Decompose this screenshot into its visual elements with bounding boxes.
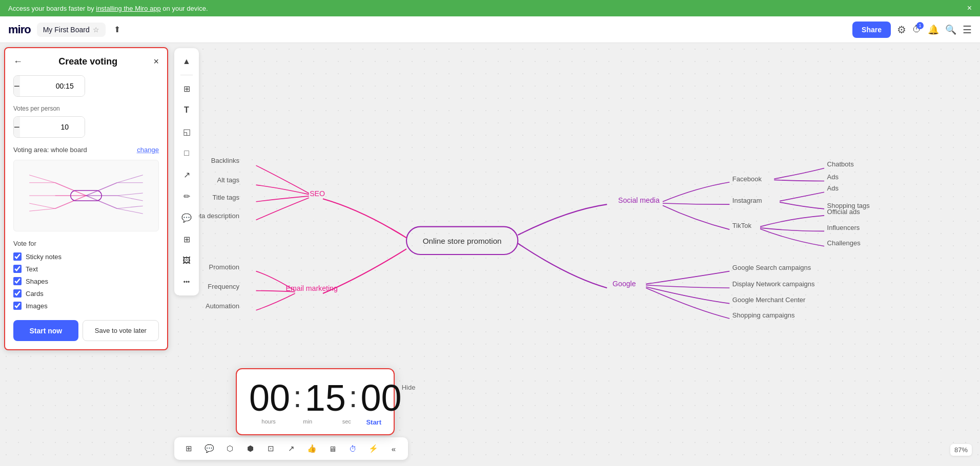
close-button[interactable]: × <box>153 56 159 67</box>
video-tool[interactable]: ⬡ <box>221 440 238 457</box>
panel-icon[interactable]: ☰ <box>963 24 972 36</box>
checkbox-text-input[interactable] <box>13 265 22 273</box>
reactions-tool[interactable]: ⊞ <box>180 440 197 457</box>
text-label: Text <box>26 265 38 273</box>
left-toolbar: ▲ ⊞ T ◱ □ ↗ ✏ 💬 ⊞ 🖼 ••• <box>174 48 199 295</box>
save-to-vote-later-button[interactable]: Save to vote later <box>83 320 159 341</box>
checkbox-cards[interactable]: Cards <box>13 289 159 298</box>
pen-tool[interactable]: ✏ <box>177 187 196 205</box>
timer-value-input[interactable] <box>20 76 85 96</box>
svg-text:Shopping campaigns: Shopping campaigns <box>732 311 795 319</box>
search-icon[interactable]: 🔍 <box>945 24 956 35</box>
miro-logo: miro <box>8 23 31 36</box>
text-tool[interactable]: T <box>177 101 196 119</box>
checkbox-images-input[interactable] <box>13 302 22 310</box>
select-tool[interactable]: ▲ <box>177 52 196 71</box>
zoom-indicator: 87% <box>950 444 972 456</box>
svg-text:TikTok: TikTok <box>732 222 752 229</box>
svg-text:Alt tags: Alt tags <box>217 176 239 184</box>
create-voting-panel: ← Create voting × − + Votes per person −… <box>4 47 168 350</box>
notification-banner: Access your boards faster by installing … <box>0 0 980 16</box>
checkbox-shapes-input[interactable] <box>13 277 22 285</box>
checkbox-list: Sticky notes Text Shapes Cards Images <box>13 252 159 310</box>
timer-stepper: − + <box>13 75 85 97</box>
timer-sec: 00 <box>361 379 402 416</box>
svg-line-9 <box>29 203 55 208</box>
votes-stepper: − + <box>13 116 85 138</box>
badge: 1 <box>916 22 924 29</box>
votes-decrement-button[interactable]: − <box>14 117 20 137</box>
arrow-tool[interactable]: ↗ <box>177 165 196 184</box>
topbar-right: Share ⚙ ⏱ 1 🔔 🔍 ☰ <box>852 22 972 38</box>
sticky-note-tool[interactable]: ◱ <box>177 122 196 141</box>
start-now-button[interactable]: Start now <box>13 320 78 341</box>
banner-close-button[interactable]: × <box>967 4 972 13</box>
checkbox-shapes[interactable]: Shapes <box>13 277 159 285</box>
timer-labels: hours min sec Start <box>249 418 381 426</box>
install-link[interactable]: installing the Miro app <box>96 5 160 12</box>
share-button[interactable]: Share <box>852 22 891 38</box>
link-tool[interactable]: ↗ <box>283 440 299 457</box>
change-link[interactable]: change <box>137 146 159 154</box>
svg-text:Challenges: Challenges <box>827 239 861 247</box>
back-button[interactable]: ← <box>13 56 23 67</box>
timer-hours: 00 <box>249 379 290 416</box>
checkbox-sticky-notes[interactable]: Sticky notes <box>13 252 159 261</box>
comments-tool[interactable]: 💬 <box>201 440 217 457</box>
board-name-area[interactable]: My First Board ☆ <box>37 23 106 37</box>
thumbs-up-tool[interactable]: 👍 <box>303 440 320 457</box>
svg-line-6 <box>29 175 55 183</box>
more-tools[interactable]: ••• <box>177 273 196 291</box>
svg-text:Promotion: Promotion <box>209 263 239 271</box>
images-label: Images <box>26 302 48 310</box>
topbar-left: miro My First Board ☆ ⬆ <box>8 23 120 37</box>
bell-icon[interactable]: 🔔 <box>928 24 939 35</box>
shapes-label: Shapes <box>26 278 48 285</box>
content-area: ← Create voting × − + Votes per person −… <box>0 43 980 466</box>
timer-icon[interactable]: ⏱ 1 <box>912 24 922 35</box>
timer-colon-2: : <box>348 382 359 412</box>
star-icon[interactable]: ☆ <box>93 26 99 34</box>
timer-widget: 00 : 15 : 00 Hide hours min sec Start <box>236 368 395 435</box>
shape-tool[interactable]: □ <box>177 144 196 162</box>
timer-start-button[interactable]: Start <box>366 418 381 426</box>
timer-decrement-button[interactable]: − <box>14 76 20 96</box>
svg-text:Instagram: Instagram <box>732 197 762 204</box>
svg-line-11 <box>117 175 142 183</box>
checkbox-sticky-notes-input[interactable] <box>13 252 22 261</box>
checkbox-images[interactable]: Images <box>13 302 159 310</box>
timer-tool[interactable]: ⏱ <box>344 440 361 457</box>
svg-line-10 <box>29 208 55 211</box>
board-preview <box>13 160 159 231</box>
checkbox-cards-input[interactable] <box>13 289 22 298</box>
frames-tool[interactable]: ⬢ <box>242 440 258 457</box>
banner-text: Access your boards faster by installing … <box>8 5 208 12</box>
voting-area-label: Voting area: whole board <box>13 146 87 154</box>
image-tool[interactable]: 🖼 <box>177 251 196 270</box>
svg-text:Email marketing: Email marketing <box>286 284 338 292</box>
svg-text:Chatbots: Chatbots <box>827 160 854 168</box>
votes-label: Votes per person <box>13 105 159 112</box>
checkbox-text[interactable]: Text <box>13 265 159 273</box>
collapse-tool[interactable]: « <box>385 440 402 457</box>
topbar: miro My First Board ☆ ⬆ Share ⚙ ⏱ 1 🔔 🔍 … <box>0 16 980 43</box>
votes-value-input[interactable] <box>20 117 85 137</box>
lightning-tool[interactable]: ⚡ <box>365 440 381 457</box>
toolbar-separator-1 <box>180 75 193 75</box>
svg-text:Display Network campaigns: Display Network campaigns <box>732 280 815 288</box>
hide-button[interactable]: Hide <box>402 384 416 391</box>
screen-share-tool[interactable]: 🖥 <box>324 440 340 457</box>
grid-tool[interactable]: ⊞ <box>177 230 196 248</box>
upload-icon[interactable]: ⬆ <box>114 25 120 34</box>
vote-for-label: Vote for <box>13 240 159 247</box>
mini-map-svg <box>14 160 158 231</box>
svg-text:Backlinks: Backlinks <box>211 157 240 164</box>
svg-text:Automation: Automation <box>206 302 239 310</box>
frame-tool[interactable]: ⊞ <box>177 79 196 98</box>
settings-icon[interactable]: ⚙ <box>897 24 906 36</box>
grid-view-tool[interactable]: ⊡ <box>262 440 279 457</box>
bottom-toolbar: ⊞ 💬 ⬡ ⬢ ⊡ ↗ 👍 🖥 ⏱ ⚡ « <box>174 437 408 460</box>
comment-tool[interactable]: 💬 <box>177 208 196 227</box>
svg-line-15 <box>117 206 142 208</box>
timer-display: 00 : 15 : 00 <box>249 379 402 416</box>
